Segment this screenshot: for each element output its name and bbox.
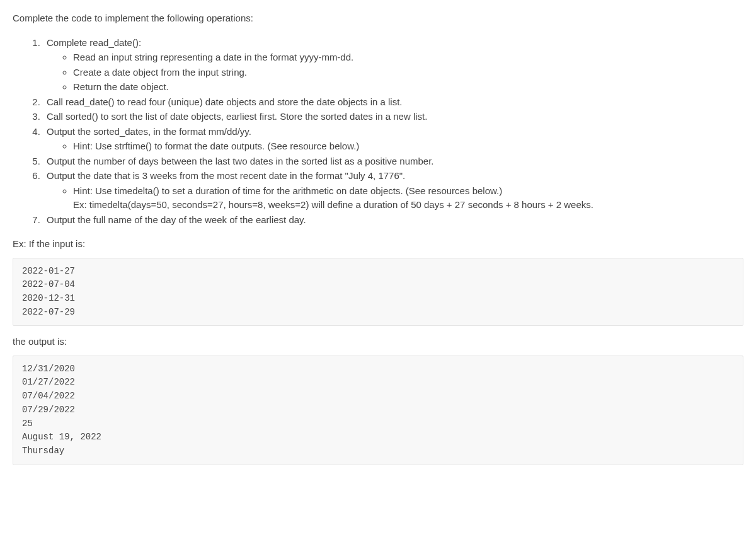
step-text: Output the number of days between the la… <box>47 156 434 166</box>
step-text: Complete read_date(): <box>47 37 141 48</box>
step-item: Output the full name of the day of the w… <box>43 213 743 228</box>
step-text: Output the date that is 3 weeks from the… <box>47 170 405 181</box>
step-item: Complete read_date(): Read an input stri… <box>43 36 743 95</box>
sub-item: Create a date object from the input stri… <box>73 66 743 80</box>
step-item: Call read_date() to read four (unique) d… <box>43 95 743 110</box>
example-input-label: Ex: If the input is: <box>13 237 743 252</box>
step-text: Output the full name of the day of the w… <box>47 214 306 225</box>
sub-item: Read an input string representing a date… <box>73 50 743 65</box>
intro-text: Complete the code to implement the follo… <box>13 11 743 26</box>
step-item: Call sorted() to sort the list of date o… <box>43 110 743 124</box>
example-input-block: 2022-01-27 2022-07-04 2020-12-31 2022-07… <box>13 258 743 327</box>
sub-item: Hint: Use strftime() to format the date … <box>73 139 743 154</box>
sub-item: Return the date object. <box>73 80 743 95</box>
step-text: Call sorted() to sort the list of date o… <box>47 111 427 122</box>
step-item: Output the sorted_dates, in the format m… <box>43 125 743 154</box>
example-output-label: the output is: <box>13 335 743 349</box>
sub-list: Read an input string representing a date… <box>47 50 743 95</box>
sub-item: Hint: Use timedelta() to set a duration … <box>73 184 743 212</box>
step-item: Output the number of days between the la… <box>43 154 743 169</box>
sub-list: Hint: Use strftime() to format the date … <box>47 139 743 154</box>
example-output-block: 12/31/2020 01/27/2022 07/04/2022 07/29/2… <box>13 356 743 465</box>
step-item: Output the date that is 3 weeks from the… <box>43 169 743 212</box>
step-text: Output the sorted_dates, in the format m… <box>47 126 251 137</box>
steps-list: Complete read_date(): Read an input stri… <box>13 36 743 228</box>
sub-list: Hint: Use timedelta() to set a duration … <box>47 184 743 212</box>
step-text: Call read_date() to read four (unique) d… <box>47 96 403 107</box>
